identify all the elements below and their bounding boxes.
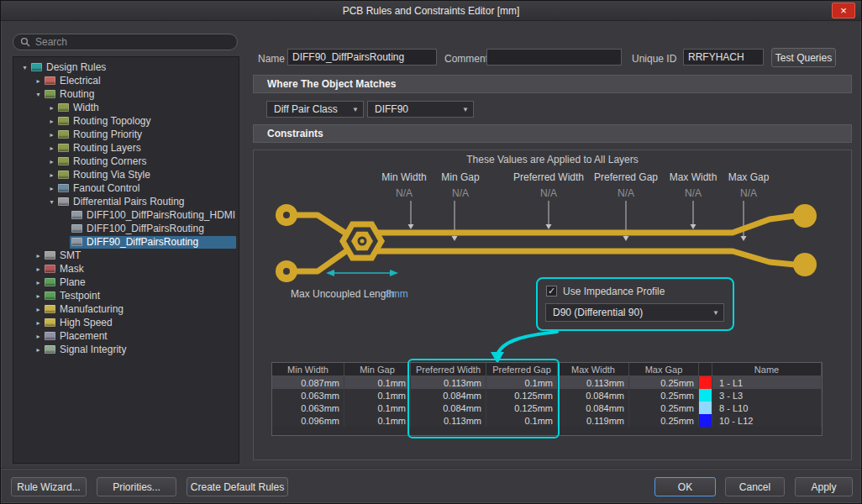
tree-item-routing-via-style[interactable]: ▸Routing Via Style — [13, 168, 239, 181]
create-default-rules-button[interactable]: Create Default Rules — [187, 477, 288, 496]
layer-table-cell[interactable]: 0.084mm — [558, 402, 629, 414]
layer-table-cell[interactable]: 0.1mm — [344, 376, 411, 389]
unique-id-input[interactable] — [683, 49, 764, 66]
tree-item-label: Design Rules — [46, 61, 106, 73]
layer-table-cell[interactable]: 0.1mm — [486, 376, 558, 389]
cancel-button[interactable]: Cancel — [725, 477, 785, 496]
layer-table-header-color[interactable] — [699, 363, 712, 376]
rule-wizard-button[interactable]: Rule Wizard... — [11, 477, 87, 496]
tree-item-routing-layers[interactable]: ▸Routing Layers — [13, 141, 239, 155]
titlebar[interactable]: PCB Rules and Constraints Editor [mm] × — [1, 1, 861, 21]
collapse-arrow-icon[interactable]: ▾ — [34, 91, 43, 98]
tree-item-electrical[interactable]: ▸Electrical — [13, 74, 239, 87]
layer-name-cell[interactable]: 8 - L10 — [712, 402, 822, 414]
layer-table-cell[interactable]: 0.25mm — [629, 414, 699, 427]
tree-item-routing-corners[interactable]: ▸Routing Corners — [13, 155, 239, 168]
layer-table-cell[interactable]: 0.25mm — [629, 376, 699, 389]
use-impedance-checkbox[interactable]: ✓ — [546, 286, 557, 297]
expand-arrow-icon[interactable]: ▸ — [47, 171, 56, 179]
expand-arrow-icon[interactable]: ▸ — [47, 158, 56, 165]
layer-name-cell[interactable]: 10 - L12 — [712, 414, 822, 427]
tree-item-testpoint[interactable]: ▸Testpoint — [13, 289, 239, 302]
layer-table-header-name[interactable]: Name — [712, 363, 822, 376]
tree-item-routing-priority[interactable]: ▸Routing Priority — [13, 128, 239, 141]
test-queries-button[interactable]: Test Queries — [771, 48, 836, 67]
layer-table-cell[interactable]: 0.1mm — [344, 389, 411, 402]
expand-arrow-icon[interactable]: ▸ — [34, 265, 43, 273]
expand-arrow-icon[interactable]: ▸ — [34, 306, 43, 313]
expand-arrow-icon[interactable]: ▸ — [47, 118, 56, 125]
diff-pair-class-dropdown[interactable]: DIFF90 ▼ — [367, 101, 474, 118]
tree-item-signal-integrity[interactable]: ▸Signal Integrity — [13, 343, 239, 356]
layer-table-header-min-width[interactable]: Min Width — [272, 363, 344, 376]
tree-item-routing[interactable]: ▾Routing — [13, 87, 239, 101]
layer-table-cell[interactable]: 0.063mm — [272, 402, 344, 414]
priorities-button[interactable]: Priorities... — [97, 477, 176, 496]
collapse-arrow-icon[interactable]: ▾ — [20, 64, 29, 71]
tree-item-fanout-control[interactable]: ▸Fanout Control — [13, 181, 239, 195]
layer-table-cell[interactable]: 0.1mm — [344, 402, 411, 414]
expand-arrow-icon[interactable]: ▸ — [47, 131, 56, 139]
tree-item-width[interactable]: ▸Width — [13, 101, 239, 114]
scope-dropdown[interactable]: Diff Pair Class ▼ — [266, 101, 364, 118]
expand-arrow-icon[interactable]: ▸ — [47, 104, 56, 112]
tree-item-smt[interactable]: ▸SMT — [13, 249, 239, 262]
apply-button[interactable]: Apply — [795, 477, 853, 496]
collapse-arrow-icon[interactable]: ▾ — [47, 198, 56, 206]
expand-arrow-icon[interactable]: ▸ — [47, 185, 56, 192]
layer-table-cell[interactable]: 0.084mm — [558, 389, 629, 402]
tree-item-differential-pairs-routing[interactable]: ▾Differential Pairs Routing — [13, 195, 239, 208]
impedance-profile-dropdown[interactable]: D90 (Differential 90) ▼ — [545, 303, 724, 322]
expand-arrow-icon[interactable]: ▸ — [34, 77, 43, 85]
tree-item-mask[interactable]: ▸Mask — [13, 262, 239, 276]
layer-table-cell[interactable]: 0.125mm — [486, 402, 558, 414]
layer-name-cell[interactable]: 3 - L3 — [712, 389, 822, 402]
tree-item-design-rules[interactable]: ▾Design Rules — [13, 60, 239, 74]
tree-item-placement[interactable]: ▸Placement — [13, 329, 239, 343]
comment-input[interactable] — [486, 49, 622, 66]
layer-table-cell[interactable]: 0.125mm — [486, 389, 558, 402]
expand-arrow-icon[interactable]: ▸ — [34, 333, 43, 340]
expand-arrow-icon[interactable]: ▸ — [34, 279, 43, 286]
search-icon — [20, 37, 30, 47]
tree-item-diff90-diffpairsrouting[interactable]: DIFF90_DiffPairsRouting — [13, 235, 239, 249]
expand-arrow-icon[interactable]: ▸ — [34, 292, 43, 300]
expand-arrow-icon[interactable]: ▸ — [34, 319, 43, 327]
expand-arrow-icon[interactable]: ▸ — [47, 144, 56, 152]
layer-table-cell[interactable]: 0.113mm — [558, 376, 629, 389]
layer-table-header-preferred-gap[interactable]: Preferred Gap — [486, 363, 558, 376]
layer-table-cell[interactable]: 0.063mm — [272, 389, 344, 402]
layer-table-cell[interactable]: 0.119mm — [558, 414, 629, 427]
expand-arrow-icon[interactable]: ▸ — [34, 252, 43, 260]
routing-priority-icon — [58, 130, 69, 139]
layer-table-header-preferred-width[interactable]: Preferred Width — [411, 363, 486, 376]
layer-table-cell[interactable]: 0.084mm — [411, 389, 486, 402]
layer-table-cell[interactable]: 0.1mm — [486, 414, 558, 427]
layer-table-cell[interactable]: 0.087mm — [272, 376, 344, 389]
layer-table-cell[interactable]: 0.25mm — [629, 402, 699, 414]
layer-table-header-max-gap[interactable]: Max Gap — [629, 363, 699, 376]
expand-arrow-icon[interactable]: ▸ — [34, 346, 43, 354]
search-box[interactable] — [13, 34, 238, 50]
rule-name-input[interactable] — [287, 49, 437, 66]
layer-table-header-max-width[interactable]: Max Width — [558, 363, 629, 376]
layer-name-cell[interactable]: 1 - L1 — [712, 376, 822, 389]
search-input[interactable] — [35, 36, 230, 48]
layer-table-cell[interactable]: 0.113mm — [411, 414, 486, 427]
max-uncoupled-length-label: Max Uncoupled Length — [291, 288, 394, 300]
tree-item-diff100-diffpairsrouting[interactable]: DIFF100_DiffPairsRouting — [13, 222, 239, 235]
max-uncoupled-length-value[interactable]: 8mm — [386, 288, 408, 300]
tree-item-manufacturing[interactable]: ▸Manufacturing — [13, 302, 239, 316]
tree-item-high-speed[interactable]: ▸High Speed — [13, 316, 239, 329]
ok-button[interactable]: OK — [654, 477, 716, 496]
layer-table-cell[interactable]: 0.113mm — [411, 376, 486, 389]
layer-table-cell[interactable]: 0.084mm — [411, 402, 486, 414]
layer-table-cell[interactable]: 0.096mm — [272, 414, 344, 427]
tree-item-diff100-diffpairsrouting-hdmi[interactable]: DIFF100_DiffPairsRouting_HDMI — [13, 208, 239, 222]
layer-table-cell[interactable]: 0.1mm — [344, 414, 411, 427]
tree-item-plane[interactable]: ▸Plane — [13, 276, 239, 289]
close-button[interactable]: × — [832, 3, 855, 18]
tree-item-routing-topology[interactable]: ▸Routing Topology — [13, 114, 239, 128]
layer-table-cell[interactable]: 0.25mm — [629, 389, 699, 402]
layer-table-header-min-gap[interactable]: Min Gap — [344, 363, 411, 376]
